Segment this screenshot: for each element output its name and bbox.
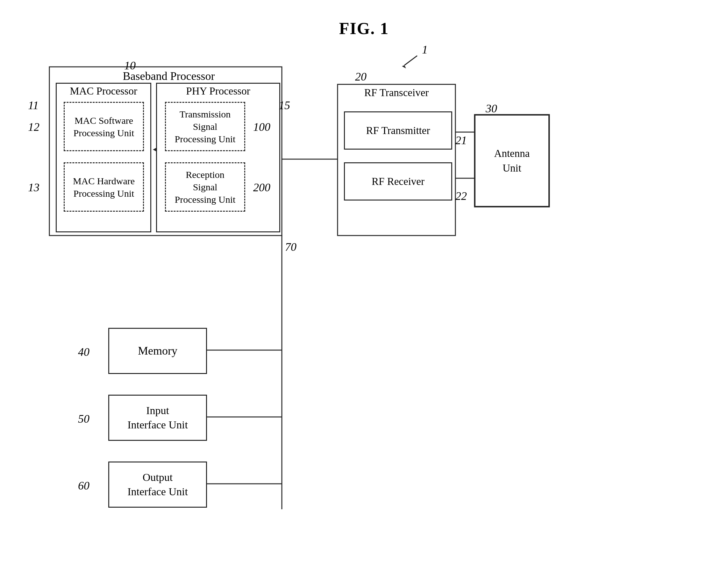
- ref-15: 15: [279, 99, 290, 112]
- ref-12: 12: [28, 120, 39, 134]
- input-interface-box: Input Interface Unit: [108, 395, 207, 441]
- ref-70: 70: [285, 240, 297, 254]
- ref-22: 22: [455, 189, 467, 203]
- rf-receiver-box: RF Receiver: [344, 162, 452, 201]
- ref-20: 20: [355, 70, 367, 83]
- svg-marker-14: [402, 65, 406, 69]
- ref-30: 30: [486, 102, 497, 115]
- ref-60: 60: [78, 479, 90, 492]
- ref-40: 40: [78, 345, 90, 359]
- memory-box: Memory: [108, 328, 207, 374]
- mac-processor-label: MAC Processor: [59, 85, 148, 97]
- ref-50: 50: [78, 412, 90, 426]
- transmission-signal-box: Transmission Signal Processing Unit: [165, 102, 245, 151]
- svg-rect-1: [337, 84, 455, 236]
- ref-21: 21: [455, 134, 467, 147]
- rf-transmitter-box: RF Transmitter: [344, 111, 452, 149]
- ref-11: 11: [28, 99, 38, 112]
- mac-software-box: MAC Software Processing Unit: [64, 102, 144, 151]
- rf-transceiver-label: RF Transceiver: [340, 87, 453, 99]
- svg-line-13: [404, 56, 417, 65]
- ref-1: 1: [422, 43, 428, 56]
- ref-100: 100: [253, 120, 271, 134]
- antenna-unit-box: Antenna Unit: [475, 115, 549, 207]
- reception-signal-box: Reception Signal Processing Unit: [165, 162, 245, 212]
- baseband-processor-label: Baseband Processor: [84, 70, 253, 83]
- mac-hardware-box: MAC Hardware Processing Unit: [64, 162, 144, 212]
- phy-processor-label: PHY Processor: [159, 85, 277, 97]
- ref-13: 13: [28, 181, 39, 194]
- page-title: FIG. 1: [0, 0, 728, 38]
- output-interface-box: Output Interface Unit: [108, 461, 207, 508]
- ref-200: 200: [253, 181, 271, 194]
